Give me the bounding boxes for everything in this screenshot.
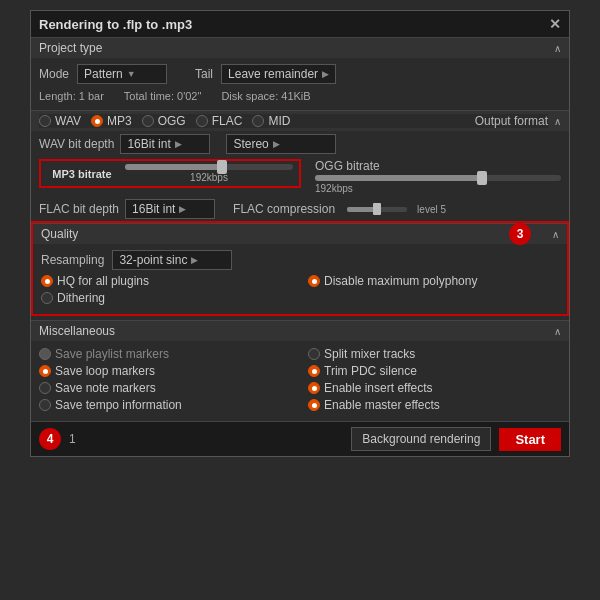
stereo-value: Stereo	[233, 137, 268, 151]
misc-label: Miscellaneous	[39, 324, 115, 338]
output-format-header: WAV MP3 OGG FLAC MID Output format ∧	[31, 110, 569, 131]
mp3-bitrate-box: MP3 bitrate 192kbps	[39, 159, 301, 188]
flac-depth-dropdown[interactable]: 16Bit int ▶	[125, 199, 215, 219]
footer-badge: 4	[39, 428, 61, 450]
tail-arrow: ▶	[322, 69, 329, 79]
stereo-arrow: ▶	[273, 139, 280, 149]
misc-columns: Save playlist markers Save loop markers …	[39, 347, 561, 415]
quality-body: Resampling 32-point sinc ▶ HQ for all pl…	[33, 244, 567, 314]
flac-compress-label: FLAC compression	[233, 202, 335, 216]
enable-master-item[interactable]: Enable master effects	[308, 398, 561, 412]
wav-depth-value: 16Bit int	[127, 137, 170, 151]
save-note-item[interactable]: Save note markers	[39, 381, 292, 395]
hq-item[interactable]: HQ for all plugins	[41, 274, 292, 288]
resample-arrow: ▶	[191, 255, 198, 265]
wav-label: WAV	[55, 114, 81, 128]
save-loop-label: Save loop markers	[55, 364, 155, 378]
flac-radio[interactable]: FLAC	[196, 114, 243, 128]
mid-radio[interactable]: MID	[252, 114, 290, 128]
stereo-dropdown[interactable]: Stereo ▶	[226, 134, 336, 154]
save-loop-item[interactable]: Save loop markers	[39, 364, 292, 378]
enable-master-label: Enable master effects	[324, 398, 440, 412]
mp3-slider-track	[125, 164, 293, 170]
mode-label: Mode	[39, 67, 69, 81]
disable-poly-label: Disable maximum polyphony	[324, 274, 477, 288]
bg-render-button[interactable]: Background rendering	[351, 427, 491, 451]
project-type-caret[interactable]: ∧	[554, 43, 561, 54]
split-mixer-item[interactable]: Split mixer tracks	[308, 347, 561, 361]
ogg-bitrate-value: 192kbps	[315, 183, 353, 194]
output-format-label: Output format	[475, 114, 548, 128]
quality-caret[interactable]: ∧	[552, 229, 559, 240]
misc-header: Miscellaneous ∧	[31, 320, 569, 341]
misc-body: Save playlist markers Save loop markers …	[31, 341, 569, 421]
dithering-item[interactable]: Dithering	[41, 291, 292, 305]
trim-pdc-item[interactable]: Trim PDC silence	[308, 364, 561, 378]
ogg-slider-thumb[interactable]	[477, 171, 487, 185]
mp3-bitrate-label: MP3 bitrate	[47, 168, 117, 180]
mode-dropdown[interactable]: Pattern ▼	[77, 64, 167, 84]
start-button[interactable]: Start	[499, 428, 561, 451]
flac-depth-arrow: ▶	[179, 204, 186, 214]
mp3-label: MP3	[107, 114, 132, 128]
mp3-radio[interactable]: MP3	[91, 114, 132, 128]
flac-depth-value: 16Bit int	[132, 202, 175, 216]
flac-compress-slider[interactable]	[347, 207, 407, 212]
dithering-label: Dithering	[57, 291, 105, 305]
save-tempo-radio	[39, 399, 51, 411]
tail-value: Leave remainder	[228, 67, 318, 81]
ogg-slider-track[interactable]	[315, 175, 561, 181]
misc-caret[interactable]: ∧	[554, 326, 561, 337]
disable-poly-item[interactable]: Disable maximum polyphony	[308, 274, 559, 288]
save-note-radio	[39, 382, 51, 394]
flac-compress-value: level 5	[417, 204, 446, 215]
flac-row: FLAC bit depth 16Bit int ▶ FLAC compress…	[31, 197, 569, 221]
mp3-radio-circle	[91, 115, 103, 127]
info-row: Length: 1 bar Total time: 0'02" Disk spa…	[39, 88, 561, 104]
wav-depth-row: WAV bit depth 16Bit int ▶ Stereo ▶	[31, 131, 569, 157]
quality-header: Quality 3 ∧	[33, 223, 567, 244]
mp3-slider-thumb[interactable]	[217, 160, 227, 174]
ogg-bitrate-label: OGG bitrate	[315, 159, 380, 173]
flac-radio-circle	[196, 115, 208, 127]
save-playlist-radio	[39, 348, 51, 360]
save-loop-radio	[39, 365, 51, 377]
tail-label: Tail	[195, 67, 213, 81]
wav-depth-dropdown[interactable]: 16Bit int ▶	[120, 134, 210, 154]
length-info: Length: 1 bar	[39, 90, 104, 102]
mp3-slider[interactable]: 192kbps	[125, 164, 293, 183]
save-tempo-label: Save tempo information	[55, 398, 182, 412]
project-type-header: Project type ∧	[31, 37, 569, 58]
quality-badge: 3	[509, 223, 531, 245]
tail-dropdown[interactable]: Leave remainder ▶	[221, 64, 336, 84]
resample-dropdown[interactable]: 32-point sinc ▶	[112, 250, 232, 270]
format-radio-row: WAV MP3 OGG FLAC MID Output format	[39, 114, 548, 128]
save-tempo-item[interactable]: Save tempo information	[39, 398, 292, 412]
mp3-slider-fill	[125, 164, 226, 170]
quality-label: Quality	[41, 227, 78, 241]
window-title: Rendering to .flp to .mp3	[39, 17, 192, 32]
save-playlist-item[interactable]: Save playlist markers	[39, 347, 292, 361]
main-window: Rendering to .flp to .mp3 ✕ Project type…	[30, 10, 570, 457]
footer: 4 1 Background rendering Start	[31, 421, 569, 456]
enable-insert-item[interactable]: Enable insert effects	[308, 381, 561, 395]
ogg-radio[interactable]: OGG	[142, 114, 186, 128]
project-type-body: Mode Pattern ▼ Tail Leave remainder ▶ Le…	[31, 58, 569, 110]
trim-pdc-radio	[308, 365, 320, 377]
bitrate-row: MP3 bitrate 192kbps OGG bitrate	[31, 157, 569, 197]
flac-compress-thumb[interactable]	[373, 203, 381, 215]
trim-pdc-label: Trim PDC silence	[324, 364, 417, 378]
quality-section: Quality 3 ∧ Resampling 32-point sinc ▶	[31, 221, 569, 316]
mid-label: MID	[268, 114, 290, 128]
ogg-radio-circle	[142, 115, 154, 127]
dithering-radio	[41, 292, 53, 304]
close-button[interactable]: ✕	[549, 16, 561, 32]
ogg-bitrate-section: OGG bitrate 192kbps	[307, 159, 561, 195]
quality-left: HQ for all plugins Dithering	[41, 274, 292, 308]
output-format-caret[interactable]: ∧	[554, 116, 561, 127]
wav-radio[interactable]: WAV	[39, 114, 81, 128]
save-note-label: Save note markers	[55, 381, 156, 395]
mode-arrow: ▼	[127, 69, 136, 79]
disable-poly-radio	[308, 275, 320, 287]
flac-label: FLAC	[212, 114, 243, 128]
